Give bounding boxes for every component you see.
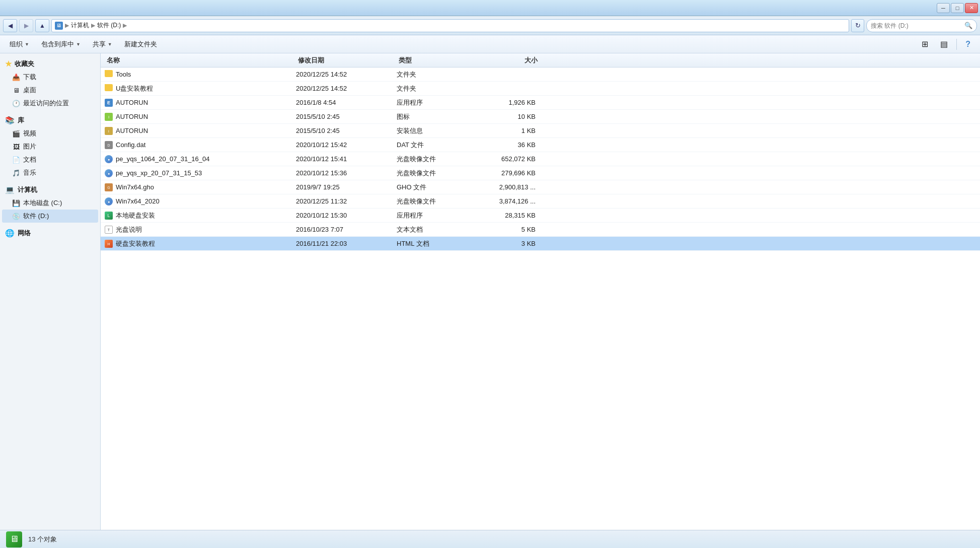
file-row[interactable]: i AUTORUN 2015/5/10 2:45 安装信息 1 KB	[101, 124, 980, 138]
file-list-body: Tools 2020/12/25 14:52 文件夹 U盘安装教程 2020/1…	[101, 67, 980, 530]
sidebar-item-download[interactable]: 📥 下载	[2, 71, 98, 84]
file-name: Tools	[116, 71, 131, 78]
minimize-button[interactable]: ─	[937, 3, 950, 13]
sidebar-item-picture-label: 图片	[23, 142, 36, 151]
file-cell-date: 2016/11/21 22:03	[292, 240, 393, 247]
file-cell-type: 图标	[393, 112, 473, 121]
sort-size-button[interactable]: 大小	[524, 56, 538, 65]
toolbar-separator	[956, 39, 957, 50]
file-cell-size: 2,900,813 ...	[473, 183, 544, 191]
sort-type-button[interactable]: 类型	[399, 56, 412, 65]
sidebar-network-header[interactable]: 🌐 网络	[2, 227, 98, 240]
file-name: 硬盘安装教程	[116, 239, 155, 248]
up-button[interactable]: ▲	[35, 19, 49, 32]
file-list-header: 名称 修改日期 类型 大小	[101, 53, 980, 67]
forward-button[interactable]: ▶	[19, 19, 33, 32]
file-row[interactable]: L 本地硬盘安装 2020/10/12 15:30 应用程序 28,315 KB	[101, 209, 980, 223]
file-row[interactable]: D Config.dat 2020/10/12 15:42 DAT 文件 36 …	[101, 138, 980, 152]
file-cell-date: 2020/12/25 14:52	[292, 85, 393, 92]
file-cell-date: 2015/5/10 2:45	[292, 113, 393, 120]
file-cell-type: 文件夹	[393, 70, 473, 79]
col-header-size[interactable]: 大小	[475, 56, 546, 65]
sidebar-item-local-c[interactable]: 💾 本地磁盘 (C:)	[2, 196, 98, 210]
maximize-button[interactable]: □	[951, 3, 964, 13]
file-name: U盘安装教程	[116, 84, 153, 93]
sidebar-item-picture[interactable]: 🖼 图片	[2, 140, 98, 153]
file-cell-name: ● pe_yqs_xp_20_07_31_15_53	[101, 169, 292, 178]
sidebar-item-desktop-label: 桌面	[23, 86, 36, 95]
sidebar-item-video[interactable]: 🎬 视频	[2, 127, 98, 140]
refresh-button[interactable]: ↻	[851, 19, 864, 32]
sidebar-item-desktop[interactable]: 🖥 桌面	[2, 84, 98, 97]
new-folder-button[interactable]: 新建文件夹	[119, 37, 163, 51]
sidebar-section-network: 🌐 网络	[2, 227, 98, 240]
file-cell-type: GHO 文件	[393, 183, 473, 192]
close-button[interactable]: ✕	[965, 3, 978, 13]
file-row[interactable]: U盘安装教程 2020/12/25 14:52 文件夹	[101, 82, 980, 96]
organize-button[interactable]: 组织 ▼	[4, 37, 35, 51]
file-cell-name: U盘安装教程	[101, 84, 292, 93]
file-cell-name: ● Win7x64_2020	[101, 197, 292, 206]
file-cell-size: 652,072 KB	[473, 155, 544, 163]
include-library-button[interactable]: 包含到库中 ▼	[36, 37, 86, 51]
file-icon-iso: ●	[105, 155, 113, 164]
sidebar-item-document[interactable]: 📄 文档	[2, 153, 98, 166]
file-cell-name: E AUTORUN	[101, 98, 292, 107]
file-cell-date: 2020/10/12 15:36	[292, 169, 393, 177]
col-header-type[interactable]: 类型	[395, 56, 475, 65]
sidebar-item-recent[interactable]: 🕐 最近访问的位置	[2, 97, 98, 110]
file-name: 本地硬盘安装	[116, 211, 155, 220]
search-input[interactable]	[871, 22, 962, 29]
favorites-label: 收藏夹	[15, 59, 34, 68]
file-icon-ico: I	[105, 112, 113, 121]
file-row[interactable]: ● pe_yqs_xp_20_07_31_15_53 2020/10/12 15…	[101, 166, 980, 180]
sidebar-item-soft-d[interactable]: 💿 软件 (D:)	[2, 210, 98, 223]
file-row[interactable]: ● Win7x64_2020 2020/12/25 11:32 光盘映像文件 3…	[101, 194, 980, 209]
sort-name-button[interactable]: 名称	[107, 56, 120, 65]
file-cell-size: 10 KB	[473, 113, 544, 120]
file-row[interactable]: G Win7x64.gho 2019/9/7 19:25 GHO 文件 2,90…	[101, 180, 980, 194]
view-button[interactable]: ⊞	[916, 37, 934, 51]
help-button[interactable]: ?	[960, 37, 976, 51]
file-cell-name: i AUTORUN	[101, 126, 292, 135]
file-row[interactable]: E AUTORUN 2016/1/8 4:54 应用程序 1,926 KB	[101, 96, 980, 110]
include-library-arrow: ▼	[76, 42, 81, 47]
file-cell-size: 279,696 KB	[473, 169, 544, 177]
search-bar: 🔍	[866, 19, 977, 32]
file-cell-size: 3 KB	[473, 240, 544, 247]
layout-button[interactable]: ▤	[935, 37, 953, 51]
col-header-date[interactable]: 修改日期	[294, 56, 395, 65]
file-row[interactable]: I AUTORUN 2015/5/10 2:45 图标 10 KB	[101, 110, 980, 124]
share-button[interactable]: 共享 ▼	[87, 37, 118, 51]
sidebar-favorites-header[interactable]: ★ 收藏夹	[2, 57, 98, 71]
sort-date-button[interactable]: 修改日期	[298, 56, 324, 65]
breadcrumb-arrow1[interactable]: ▶	[91, 22, 95, 29]
file-icon-local: L	[105, 211, 113, 220]
sidebar-library-header[interactable]: 📚 库	[2, 114, 98, 127]
file-cell-size: 28,315 KB	[473, 212, 544, 219]
file-row[interactable]: ● pe_yqs_1064_20_07_31_16_04 2020/10/12 …	[101, 152, 980, 166]
breadcrumb-arrow2[interactable]: ▶	[123, 22, 127, 29]
col-header-name[interactable]: 名称	[103, 56, 294, 65]
file-name: Config.dat	[116, 141, 145, 149]
search-icon: 🔍	[964, 22, 972, 29]
file-row[interactable]: T 光盘说明 2016/10/23 7:07 文本文档 5 KB	[101, 223, 980, 237]
sidebar-computer-header[interactable]: 💻 计算机	[2, 183, 98, 196]
file-cell-date: 2020/12/25 11:32	[292, 197, 393, 205]
file-cell-name: H 硬盘安装教程	[101, 239, 292, 248]
addressbar: ◀ ▶ ▲ 🖥 ▶ 计算机 ▶ 软件 (D:) ▶ ↻ 🔍	[0, 16, 980, 35]
file-cell-type: 光盘映像文件	[393, 197, 473, 206]
back-button[interactable]: ◀	[3, 19, 17, 32]
network-label: 网络	[18, 229, 31, 238]
picture-folder-icon: 🖼	[12, 143, 20, 151]
file-row[interactable]: Tools 2020/12/25 14:52 文件夹	[101, 67, 980, 82]
file-row[interactable]: H 硬盘安装教程 2016/11/21 22:03 HTML 文档 3 KB	[101, 237, 980, 251]
sidebar-item-music[interactable]: 🎵 音乐	[2, 166, 98, 179]
file-cell-date: 2016/10/23 7:07	[292, 226, 393, 233]
file-cell-date: 2020/10/12 15:41	[292, 155, 393, 163]
file-cell-type: 应用程序	[393, 211, 473, 220]
file-cell-name: G Win7x64.gho	[101, 183, 292, 192]
breadcrumb-drive[interactable]: 软件 (D:)	[97, 21, 121, 30]
breadcrumb: 🖥 ▶ 计算机 ▶ 软件 (D:) ▶	[51, 19, 849, 32]
breadcrumb-computer[interactable]: 计算机	[71, 21, 89, 30]
